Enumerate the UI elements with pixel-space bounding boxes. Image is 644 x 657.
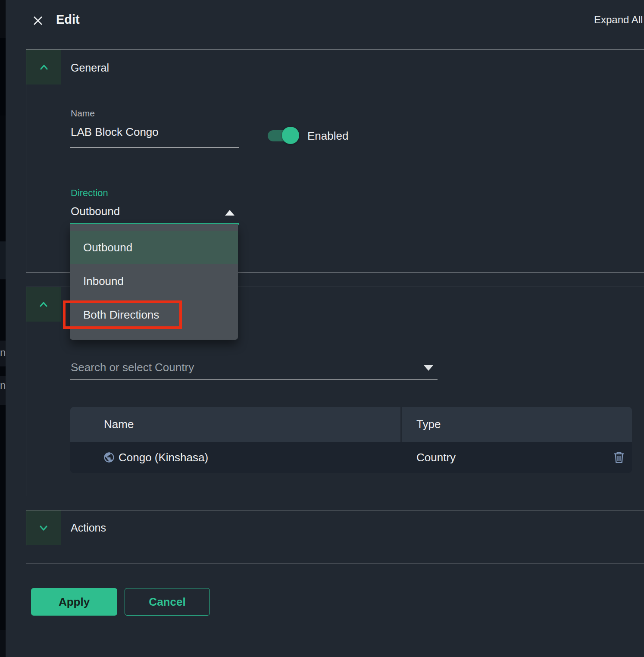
expand-actions-button[interactable] xyxy=(26,510,61,545)
toggle-thumb xyxy=(282,127,299,144)
background-segment xyxy=(0,0,6,38)
enabled-toggle-label: Enabled xyxy=(307,129,348,143)
caret-down-icon[interactable] xyxy=(424,365,433,371)
background-page-strip: n nc xyxy=(0,0,6,657)
chevron-up-icon xyxy=(38,61,50,74)
menu-option-both-directions[interactable]: Both Directions xyxy=(70,298,238,332)
country-search-select[interactable]: Search or select Country xyxy=(71,361,194,374)
column-header-type: Type xyxy=(402,407,632,442)
row-country-type: Country xyxy=(416,442,456,473)
chevron-down-icon xyxy=(37,521,50,534)
caret-up-icon[interactable] xyxy=(225,210,234,216)
column-header-name: Name xyxy=(70,407,400,442)
section-actions-title: Actions xyxy=(71,522,106,534)
name-field-underline xyxy=(70,147,239,148)
collapse-countries-button[interactable] xyxy=(26,287,61,322)
section-general-title: General xyxy=(71,62,109,74)
background-segment xyxy=(0,241,6,279)
direction-dropdown-menu: Outbound Inbound Both Directions xyxy=(70,224,238,340)
name-field-value[interactable]: LAB Block Congo xyxy=(71,125,159,139)
expand-all-button[interactable]: Expand All xyxy=(594,14,643,26)
trash-icon xyxy=(612,450,626,465)
enabled-toggle[interactable] xyxy=(268,127,302,144)
globe-icon xyxy=(103,451,115,463)
background-segment xyxy=(0,38,6,116)
menu-option-inbound[interactable]: Inbound xyxy=(70,264,238,298)
row-country-name: Congo (Kinshasa) xyxy=(119,442,208,473)
clipped-text-fragment: n xyxy=(0,347,6,358)
direction-field-label: Direction xyxy=(71,188,108,199)
edit-drawer-screen: n nc Edit Expand All General Name LAB Bl… xyxy=(0,0,644,657)
collapse-general-button[interactable] xyxy=(26,50,61,84)
apply-button[interactable]: Apply xyxy=(31,588,117,616)
name-field-label: Name xyxy=(71,108,95,119)
table-row: Congo (Kinshasa) Country xyxy=(70,442,632,473)
close-icon[interactable] xyxy=(30,13,46,28)
clipped-text-fragment: nc xyxy=(0,380,6,391)
chevron-up-icon xyxy=(37,298,50,311)
cancel-button[interactable]: Cancel xyxy=(125,588,210,616)
footer-divider xyxy=(26,563,644,563)
delete-row-button[interactable] xyxy=(612,450,626,465)
country-search-underline xyxy=(70,379,438,380)
background-segment xyxy=(0,630,6,657)
direction-select-value[interactable]: Outbound xyxy=(71,205,120,218)
page-title: Edit xyxy=(56,13,80,27)
section-actions: Actions xyxy=(26,510,644,546)
menu-option-outbound[interactable]: Outbound xyxy=(70,231,238,264)
countries-table: Name Type Congo (Kinshasa) Country xyxy=(70,407,632,473)
